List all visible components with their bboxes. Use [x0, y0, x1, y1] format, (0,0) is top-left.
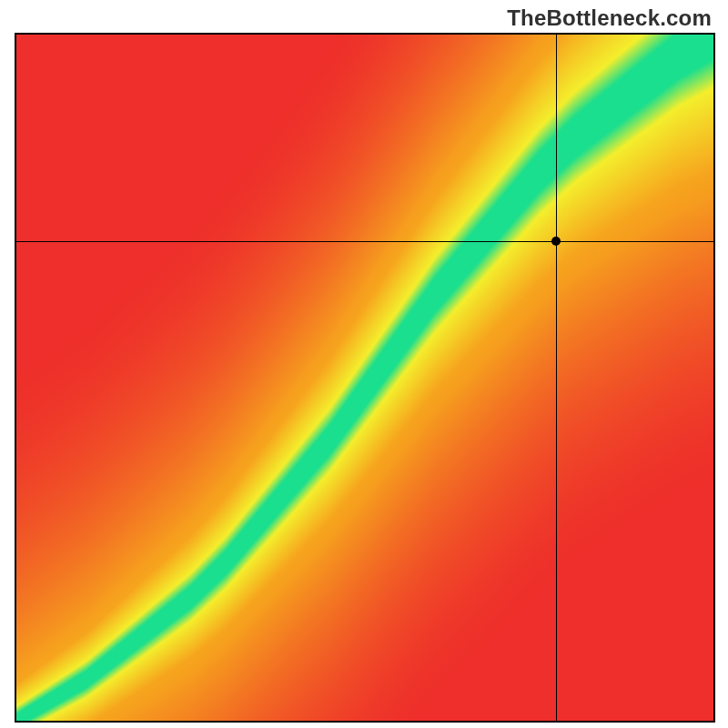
watermark-text: TheBottleneck.com	[507, 5, 712, 31]
crosshair-vertical	[556, 35, 557, 721]
heatmap-plot	[15, 33, 715, 723]
crosshair-horizontal	[16, 241, 713, 242]
marker-dot	[551, 237, 561, 246]
heatmap-canvas	[16, 35, 713, 721]
